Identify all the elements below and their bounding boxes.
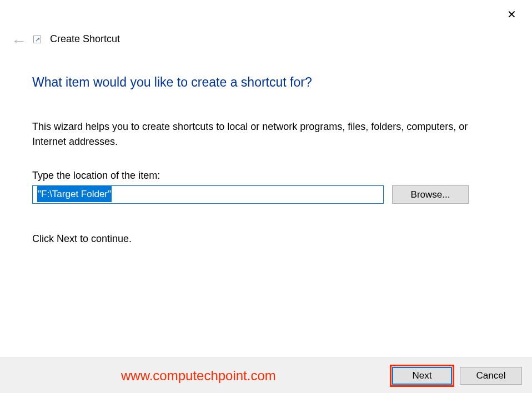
watermark-text: www.computechpoint.com — [121, 368, 276, 384]
back-arrow-icon[interactable]: ← — [11, 33, 27, 49]
next-button[interactable]: Next — [392, 367, 452, 385]
location-input-value: "F:\Target Folder" — [37, 186, 112, 202]
main-heading: What item would you like to create a sho… — [32, 75, 312, 90]
close-icon[interactable]: ✕ — [503, 6, 521, 23]
page-title: Create Shortcut — [50, 33, 120, 45]
footer-bar: www.computechpoint.com Next Cancel — [0, 357, 532, 393]
location-input-label: Type the location of the item: — [32, 170, 160, 182]
next-button-highlight: Next — [390, 365, 454, 387]
continue-text: Click Next to continue. — [32, 233, 132, 245]
location-input[interactable]: "F:\Target Folder" — [32, 185, 384, 204]
helper-text: This wizard helps you to create shortcut… — [32, 119, 488, 149]
browse-button[interactable]: Browse... — [392, 185, 469, 204]
cancel-button[interactable]: Cancel — [460, 367, 522, 385]
shortcut-icon — [33, 36, 41, 43]
